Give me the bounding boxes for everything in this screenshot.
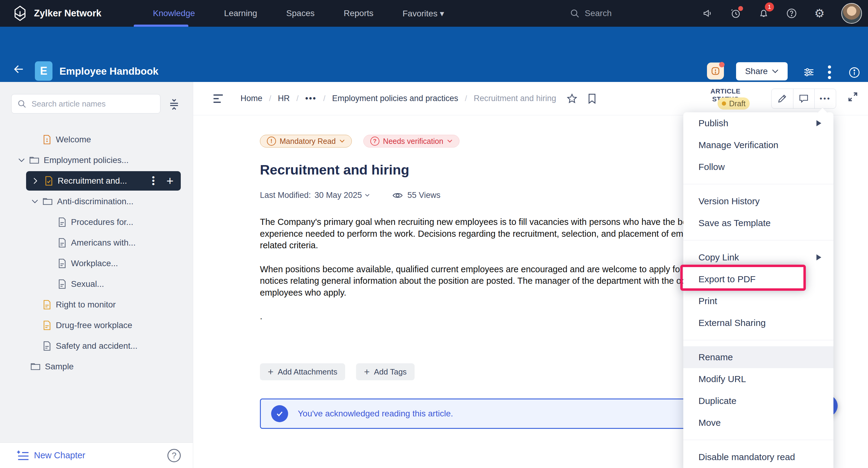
menu-item-disable-mandatory-read[interactable]: Disable mandatory read <box>683 446 833 468</box>
navbar-icons: 1 ⚙ <box>702 0 862 27</box>
document-icon <box>42 341 52 351</box>
tree-item-recruitment-selected[interactable]: Recruitment and... ••• + <box>26 171 181 191</box>
tree-item-drug-free[interactable]: Drug-free workplace <box>0 315 193 336</box>
add-attachments-button[interactable]: + Add Attachments <box>260 363 345 380</box>
reminders-icon[interactable] <box>730 7 742 20</box>
menu-item-external-sharing[interactable]: External Sharing <box>683 312 833 334</box>
article-action-group: ••• <box>771 89 836 109</box>
submenu-arrow-icon <box>816 120 821 126</box>
toggle-sidebar-icon[interactable] <box>212 93 225 104</box>
menu-item-modify-url[interactable]: Modify URL <box>683 368 833 390</box>
menu-item-export-to-pdf[interactable]: Export to PDF <box>683 268 833 290</box>
last-modified-value[interactable]: 30 May 2025 <box>314 191 370 200</box>
star-favorite-icon[interactable] <box>566 93 578 104</box>
menu-item-copy-link[interactable]: Copy Link <box>683 246 833 268</box>
tree-item-right-to-monitor[interactable]: Right to monitor <box>0 294 193 315</box>
views-count: 55 Views <box>392 191 440 200</box>
menu-item-manage-verification[interactable]: Manage Verification <box>683 134 833 156</box>
settings-gear-icon[interactable]: ⚙ <box>813 7 826 20</box>
more-options-icon[interactable]: ••• <box>814 89 836 108</box>
menu-item-publish[interactable]: Publish <box>683 112 833 134</box>
sidebar-footer: New Chapter ? <box>0 442 193 468</box>
needs-verification-badge[interactable]: ? Needs verification <box>363 135 460 147</box>
sidebar-search-input[interactable] <box>32 99 155 109</box>
plus-icon: + <box>364 366 370 378</box>
tree-folder-sample[interactable]: Sample <box>0 356 193 377</box>
breadcrumb-current: Recruitment and hiring <box>474 94 556 103</box>
breadcrumb-chapter[interactable]: Employment policies and practices <box>332 94 458 103</box>
add-tags-button[interactable]: + Add Tags <box>356 363 414 380</box>
comment-icon[interactable] <box>793 89 815 108</box>
last-modified-label: Last Modified: <box>260 191 311 200</box>
tree-item-americans-with[interactable]: Americans with... <box>0 232 193 253</box>
collapse-tree-icon[interactable] <box>167 98 181 111</box>
tree-item-safety[interactable]: Safety and accident... <box>0 336 193 356</box>
document-icon <box>42 320 52 330</box>
breadcrumb-hr[interactable]: HR <box>278 94 290 103</box>
item-more-icon[interactable]: ••• <box>149 176 158 186</box>
breadcrumb-home[interactable]: Home <box>241 94 262 103</box>
book-title: Employee Handbook <box>59 65 158 77</box>
nav-favorites[interactable]: Favorites ▾ <box>402 8 444 19</box>
article-tree-sidebar: Welcome Employment policies... Recruitme… <box>0 82 193 442</box>
sidebar-search[interactable] <box>11 94 160 114</box>
menu-item-duplicate[interactable]: Duplicate <box>683 390 833 412</box>
more-options-menu: Publish Manage Verification Follow Versi… <box>683 112 833 468</box>
share-button[interactable]: Share <box>736 62 787 81</box>
mandatory-alert-icon[interactable] <box>707 62 724 80</box>
book-initial-tile: E <box>35 61 53 81</box>
nav-reports[interactable]: Reports <box>344 8 373 18</box>
new-chapter-button[interactable]: New Chapter <box>17 450 85 461</box>
chevron-right-icon[interactable] <box>33 178 44 184</box>
article-title: Recruitment and hiring <box>260 162 409 178</box>
sidebar-help-icon[interactable]: ? <box>167 449 181 462</box>
folder-icon <box>30 362 41 371</box>
search-icon <box>569 8 580 19</box>
tree-item-welcome[interactable]: Welcome <box>0 129 193 150</box>
header-more-icon[interactable] <box>827 64 832 80</box>
nav-knowledge[interactable]: Knowledge <box>153 8 195 18</box>
tree-item-procedures[interactable]: Procedures for... <box>0 212 193 232</box>
chevron-down-icon[interactable] <box>32 199 42 204</box>
article-footer-actions: + Add Attachments + Add Tags <box>260 363 414 380</box>
notifications-bell-icon[interactable]: 1 <box>757 7 770 20</box>
book-header: E Employee Handbook Share <box>0 27 868 82</box>
menu-item-save-as-template[interactable]: Save as Template <box>683 212 833 234</box>
mandatory-read-badge[interactable]: ! Mandatory Read <box>260 135 352 147</box>
tree-item-workplace[interactable]: Workplace... <box>0 253 193 274</box>
info-icon[interactable] <box>848 66 861 79</box>
help-icon[interactable] <box>785 7 798 20</box>
tree-folder-employment-policies[interactable]: Employment policies... <box>0 150 193 171</box>
breadcrumb-ellipsis[interactable]: ••• <box>305 94 317 103</box>
menu-item-move[interactable]: Move <box>683 412 833 434</box>
question-circle-icon: ? <box>370 137 379 146</box>
display-settings-icon[interactable] <box>802 66 816 78</box>
back-arrow-icon[interactable] <box>12 63 26 75</box>
nav-spaces[interactable]: Spaces <box>286 8 314 18</box>
article-badges: ! Mandatory Read ? Needs verification <box>260 135 460 147</box>
tree-item-sexual[interactable]: Sexual... <box>0 274 193 294</box>
menu-divider <box>683 184 833 184</box>
tree-folder-anti-discrimination[interactable]: Anti-discrimination... <box>0 191 193 212</box>
chevron-down-icon[interactable] <box>18 158 29 163</box>
menu-item-version-history[interactable]: Version History <box>683 190 833 212</box>
user-avatar[interactable] <box>841 3 862 24</box>
brand-logo-icon <box>11 5 29 22</box>
global-search[interactable]: Search <box>569 0 612 27</box>
document-icon <box>42 135 52 145</box>
article-meta: Last Modified: 30 May 2025 55 Views <box>260 191 440 200</box>
announcement-icon[interactable] <box>702 7 714 20</box>
nav-learning[interactable]: Learning <box>224 8 257 18</box>
submenu-arrow-icon <box>816 254 821 260</box>
edit-pencil-icon[interactable] <box>772 89 793 108</box>
menu-item-print[interactable]: Print <box>683 290 833 312</box>
status-badge[interactable]: Draft <box>718 97 750 110</box>
breadcrumb: Home / HR / ••• / Employment policies an… <box>241 94 556 103</box>
document-icon <box>58 217 67 227</box>
alert-dot <box>719 62 724 67</box>
menu-item-rename[interactable]: Rename <box>683 346 833 368</box>
bookmark-icon[interactable] <box>588 93 596 104</box>
fullscreen-expand-icon[interactable] <box>847 91 859 103</box>
top-navbar: Zylker Network Knowledge Learning Spaces… <box>0 0 868 27</box>
menu-item-follow[interactable]: Follow <box>683 156 833 178</box>
